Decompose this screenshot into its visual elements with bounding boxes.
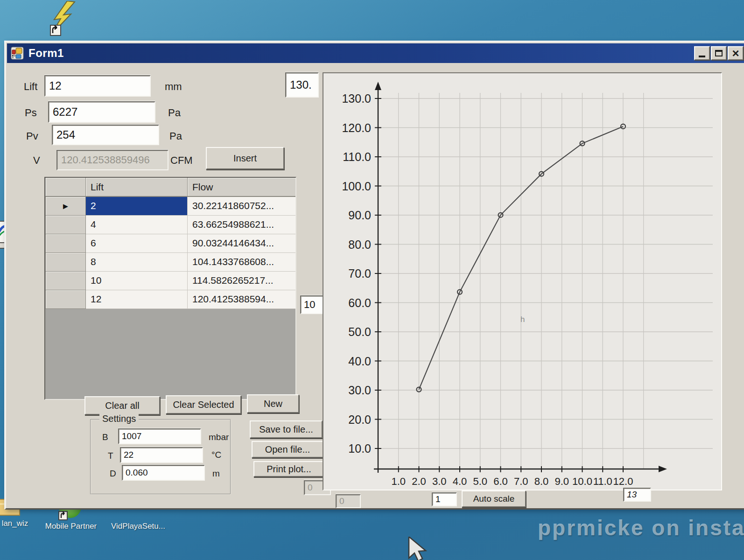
- auto-scale-button[interactable]: Auto scale: [462, 490, 526, 507]
- svg-text:100.0: 100.0: [342, 180, 371, 193]
- t-input[interactable]: 22: [120, 447, 203, 463]
- svg-text:120.0: 120.0: [342, 121, 371, 134]
- lan-wiz-label[interactable]: lan_wiz: [0, 519, 34, 528]
- window-title: Form1: [28, 47, 64, 60]
- form-app-icon: [11, 47, 24, 60]
- lightning-shortcut-icon[interactable]: [47, 1, 79, 38]
- x-min-input[interactable]: 1: [432, 492, 457, 506]
- titlebar[interactable]: Form1: [7, 43, 744, 63]
- save-to-file-button[interactable]: Save to file...: [250, 420, 323, 438]
- maximize-button[interactable]: [711, 46, 727, 60]
- maximize-icon: [715, 50, 723, 56]
- settings-groupbox: Settings B 1007 mbar T 22 °C D 0.060 m: [90, 419, 231, 495]
- lift-label: Lift: [24, 81, 37, 93]
- settings-legend: Settings: [99, 413, 139, 424]
- svg-text:12.0: 12.0: [613, 476, 633, 487]
- lift-unit: mm: [165, 81, 182, 93]
- t-label: T: [108, 451, 113, 461]
- svg-text:h: h: [520, 315, 525, 324]
- flow-vs-lift-chart: 1.02.03.04.05.06.07.08.09.010.011.012.01…: [323, 73, 721, 490]
- v-label: V: [33, 154, 40, 167]
- cell-flow[interactable]: 90.03244146434...: [188, 234, 297, 252]
- svg-text:30.0: 30.0: [348, 384, 371, 397]
- v-unit: CFM: [170, 154, 193, 167]
- cell-lift[interactable]: 6: [86, 234, 188, 252]
- svg-text:130.0: 130.0: [342, 92, 371, 105]
- d-label: D: [110, 469, 116, 479]
- d-unit: m: [212, 469, 220, 479]
- watermark: pprmicke on insta: [538, 515, 744, 540]
- cell-lift[interactable]: 8: [86, 252, 188, 271]
- pv-label: Pv: [26, 130, 38, 142]
- clear-selected-button[interactable]: Clear Selected: [166, 395, 241, 414]
- cell-flow[interactable]: 63.66254988621...: [188, 215, 297, 234]
- svg-text:1.0: 1.0: [391, 476, 406, 487]
- svg-text:20.0: 20.0: [348, 413, 371, 426]
- cell-lift[interactable]: 10: [86, 271, 188, 290]
- svg-text:90.0: 90.0: [348, 209, 371, 222]
- table-row[interactable]: 8 104.1433768608...: [46, 252, 297, 271]
- shortcut-arrow-badge: [59, 511, 67, 520]
- svg-text:8.0: 8.0: [534, 476, 549, 487]
- close-button[interactable]: ×: [728, 46, 744, 60]
- d-input[interactable]: 0.060: [122, 465, 205, 481]
- svg-text:6.0: 6.0: [493, 476, 508, 487]
- table-row[interactable]: ► 2 30.22141860752...: [46, 196, 297, 215]
- print-plot-button[interactable]: Print plot...: [253, 461, 324, 477]
- x-min-gray-input: 0: [336, 494, 361, 508]
- close-icon: ×: [732, 49, 739, 58]
- b-label: B: [102, 432, 108, 442]
- table-row[interactable]: 4 63.66254988621...: [46, 215, 297, 234]
- cell-flow[interactable]: 120.4125388594...: [188, 290, 297, 308]
- new-button[interactable]: New: [247, 394, 299, 413]
- minimize-icon: [699, 56, 705, 57]
- column-header-flow[interactable]: Flow: [188, 178, 297, 196]
- cell-lift[interactable]: 2: [86, 196, 188, 215]
- svg-text:4.0: 4.0: [453, 476, 467, 487]
- chart-panel: 1.02.03.04.05.06.07.08.09.010.011.012.01…: [323, 72, 722, 490]
- form1-window: Form1 × Lift 12 mm Ps 6227 Pa Pv 254 Pa …: [5, 41, 744, 510]
- svg-text:2.0: 2.0: [412, 476, 426, 487]
- ps-label: Ps: [25, 107, 37, 119]
- svg-text:80.0: 80.0: [348, 238, 371, 251]
- cell-flow[interactable]: 30.22141860752...: [188, 196, 297, 215]
- cell-lift[interactable]: 4: [86, 215, 188, 234]
- insert-button[interactable]: Insert: [206, 147, 284, 169]
- svg-text:9.0: 9.0: [554, 476, 569, 487]
- cell-flow[interactable]: 114.5826265217...: [188, 271, 297, 290]
- table-row[interactable]: 6 90.03244146434...: [46, 234, 297, 252]
- pv-unit: Pa: [169, 130, 182, 142]
- ps-input[interactable]: 6227: [48, 101, 155, 123]
- column-header-lift[interactable]: Lift: [86, 178, 188, 196]
- mobile-partner-label[interactable]: Mobile Partner: [43, 522, 99, 531]
- vidplaya-label[interactable]: VidPlayaSetu...: [105, 522, 171, 531]
- ps-unit: Pa: [168, 107, 181, 119]
- svg-text:70.0: 70.0: [348, 267, 371, 280]
- y-max-input[interactable]: 130.: [285, 72, 319, 98]
- cell-lift[interactable]: 12: [86, 290, 188, 308]
- clear-all-button[interactable]: Clear all: [84, 396, 160, 415]
- mouse-cursor: [407, 537, 430, 560]
- svg-text:40.0: 40.0: [348, 355, 371, 368]
- svg-text:60.0: 60.0: [348, 296, 371, 309]
- svg-text:10.0: 10.0: [572, 476, 592, 487]
- current-row-arrow-icon: ►: [62, 202, 70, 211]
- b-unit: mbar: [209, 432, 229, 442]
- svg-text:7.0: 7.0: [514, 476, 528, 487]
- svg-text:50.0: 50.0: [348, 325, 371, 338]
- svg-text:110.0: 110.0: [343, 150, 371, 163]
- lift-flow-table[interactable]: Lift Flow ► 2 30.22141860752... 4 63.662…: [44, 177, 296, 400]
- x-max-input[interactable]: 13: [623, 488, 651, 502]
- open-file-button[interactable]: Open file...: [252, 441, 323, 458]
- minimize-button[interactable]: [694, 46, 710, 60]
- pv-input[interactable]: 254: [52, 125, 159, 145]
- lift-input[interactable]: 12: [44, 75, 151, 97]
- row-header-column: [46, 178, 86, 196]
- svg-text:5.0: 5.0: [473, 476, 487, 487]
- svg-text:10.0: 10.0: [348, 442, 371, 455]
- table-row[interactable]: 10 114.5826265217...: [46, 271, 297, 290]
- table-row[interactable]: 12 120.4125388594...: [46, 290, 297, 308]
- b-input[interactable]: 1007: [118, 428, 201, 444]
- t-unit: °C: [211, 450, 221, 460]
- cell-flow[interactable]: 104.1433768608...: [188, 252, 297, 271]
